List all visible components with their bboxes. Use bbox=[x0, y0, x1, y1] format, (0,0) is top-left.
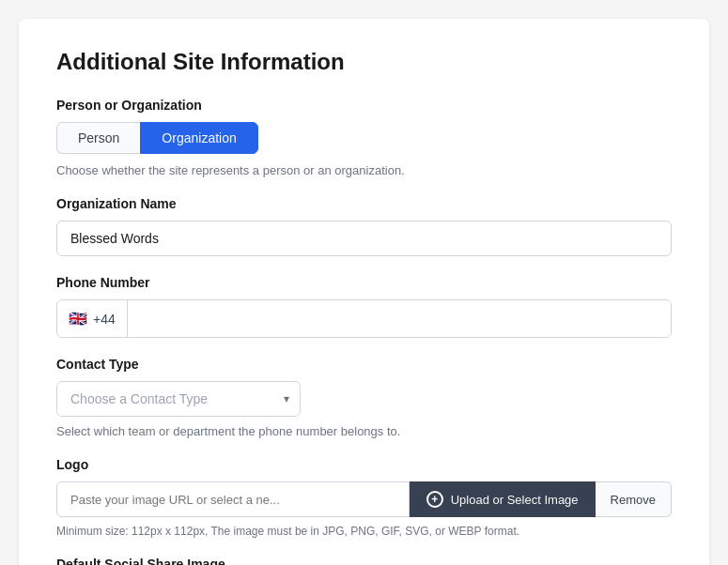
person-org-label: Person or Organization bbox=[56, 98, 672, 113]
upload-circle-icon: + bbox=[426, 491, 443, 508]
flag-icon: 🇬🇧 bbox=[69, 310, 87, 328]
logo-image-row: + Upload or Select Image Remove bbox=[56, 481, 672, 517]
phone-input-wrapper: 🇬🇧 +44 bbox=[56, 299, 672, 338]
org-name-input[interactable] bbox=[56, 221, 672, 256]
person-org-helper: Choose whether the site represents a per… bbox=[56, 163, 672, 177]
contact-type-helper: Select which team or department the phon… bbox=[56, 424, 672, 438]
person-org-section: Person or Organization Person Organizati… bbox=[56, 98, 672, 177]
card: Additional Site Information Person or Or… bbox=[19, 19, 709, 565]
toggle-group: Person Organization bbox=[56, 122, 672, 154]
logo-hint: Minimum size: 112px x 112px, The image m… bbox=[56, 525, 672, 538]
phone-country-code: +44 bbox=[93, 312, 116, 327]
org-name-label: Organization Name bbox=[56, 196, 672, 211]
logo-url-input[interactable] bbox=[56, 481, 410, 517]
social-share-label: Default Social Share Image bbox=[56, 557, 672, 565]
contact-type-wrapper: Choose a Contact Type ▾ bbox=[56, 381, 301, 417]
phone-prefix: 🇬🇧 +44 bbox=[57, 300, 128, 337]
page-title: Additional Site Information bbox=[56, 49, 672, 75]
logo-upload-button[interactable]: + Upload or Select Image bbox=[410, 481, 596, 517]
phone-number-input[interactable] bbox=[128, 302, 671, 336]
person-toggle-button[interactable]: Person bbox=[56, 122, 140, 154]
social-share-section: Default Social Share Image + Upload or S… bbox=[56, 557, 672, 565]
organization-toggle-button[interactable]: Organization bbox=[140, 122, 257, 154]
org-name-section: Organization Name bbox=[56, 196, 672, 256]
logo-label: Logo bbox=[56, 457, 672, 472]
logo-section: Logo + Upload or Select Image Remove Min… bbox=[56, 457, 672, 538]
phone-label: Phone Number bbox=[56, 275, 672, 290]
phone-section: Phone Number 🇬🇧 +44 bbox=[56, 275, 672, 338]
logo-upload-label: Upload or Select Image bbox=[451, 493, 579, 507]
contact-type-label: Contact Type bbox=[56, 357, 672, 372]
logo-remove-button[interactable]: Remove bbox=[596, 481, 672, 517]
contact-type-select[interactable]: Choose a Contact Type bbox=[56, 381, 301, 417]
contact-type-section: Contact Type Choose a Contact Type ▾ Sel… bbox=[56, 357, 672, 438]
